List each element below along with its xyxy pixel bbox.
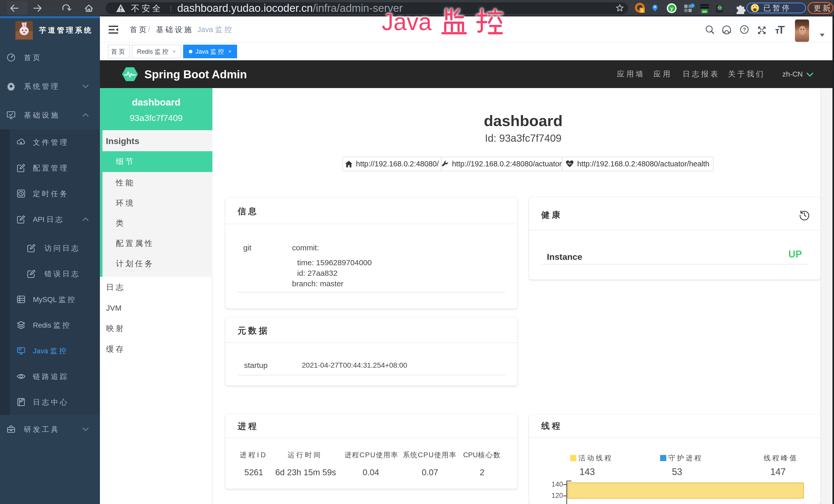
svg-text:y: y (671, 6, 673, 11)
svg-text:?: ? (743, 27, 746, 32)
svg-text:1: 1 (641, 8, 643, 13)
svg-text:on: on (702, 9, 707, 13)
